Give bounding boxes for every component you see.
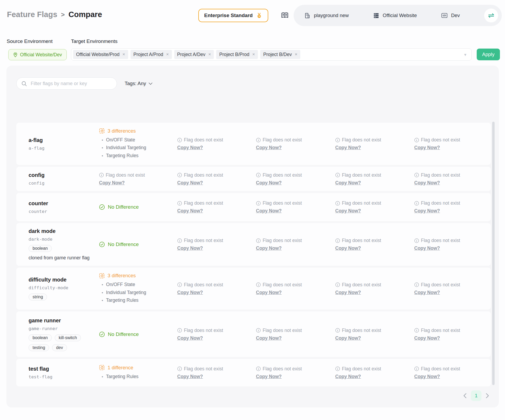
project-selector[interactable]: playground new [304, 13, 349, 19]
previous-page-icon[interactable] [463, 393, 467, 398]
copy-now-link[interactable]: Copy Now? [177, 145, 203, 150]
diff-item: Targeting Rules [102, 373, 177, 381]
breadcrumb-separator: > [61, 11, 65, 18]
info-icon [414, 201, 419, 206]
flag-missing-label: Flag does not exist [342, 238, 381, 243]
flag-name: game runner [29, 318, 99, 324]
flag-missing-cell: Flag does not exist Copy Now? [414, 137, 491, 150]
target-env-select[interactable]: Official Website/Prod × Project A/Prod ×… [71, 48, 472, 61]
flag-missing-label: Flag does not exist [184, 328, 223, 333]
breadcrumb-feature-flags[interactable]: Feature Flags [7, 10, 57, 19]
copy-now-link[interactable]: Copy Now? [256, 245, 282, 251]
chevron-down-icon [149, 82, 152, 85]
next-page-icon[interactable] [486, 393, 489, 398]
flag-missing-label: Flag does not exist [184, 282, 223, 288]
copy-now-link[interactable]: Copy Now? [335, 245, 361, 251]
info-icon [414, 282, 419, 287]
map-pin-icon [13, 52, 18, 57]
flag-missing-cell: Flag does not exist Copy Now? [177, 282, 256, 295]
building-icon [304, 13, 310, 19]
copy-now-link[interactable]: Copy Now? [256, 180, 282, 186]
info-icon [177, 282, 182, 287]
flag-info-cell: counter counter [29, 200, 99, 214]
copy-now-link[interactable]: Copy Now? [335, 335, 361, 341]
copy-now-link[interactable]: Copy Now? [414, 374, 440, 379]
flag-name: config [29, 172, 99, 178]
table-row: config config Flag does not exist Copy N… [16, 167, 491, 191]
docs-book-icon[interactable] [281, 12, 289, 19]
swap-environment-icon[interactable]: ⇌ [484, 9, 498, 22]
flag-missing-label: Flag does not exist [421, 137, 460, 143]
diff-status-cell: 1 difference Targeting Rules [99, 365, 177, 381]
flag-missing-cell: Flag does not exist Copy Now? [177, 328, 256, 341]
copy-now-link[interactable]: Copy Now? [177, 374, 203, 379]
copy-now-link[interactable]: Copy Now? [335, 180, 361, 186]
info-icon [335, 328, 340, 333]
flag-missing-cell: Flag does not exist Copy Now? [99, 172, 177, 186]
flag-missing-cell: Flag does not exist Copy Now? [335, 282, 414, 295]
copy-now-link[interactable]: Copy Now? [177, 335, 203, 341]
flag-tag-list: string [29, 294, 91, 300]
remove-env-icon[interactable]: × [208, 52, 211, 57]
copy-now-link[interactable]: Copy Now? [335, 374, 361, 379]
flag-missing-label: Flag does not exist [184, 137, 223, 143]
page-number[interactable]: 1 [471, 390, 482, 401]
no-difference-label: No Difference [108, 241, 139, 247]
copy-now-link[interactable]: Copy Now? [414, 245, 440, 251]
workspace-switcher: playground new Official Website Dev ⇌ [294, 5, 502, 26]
copy-now-link[interactable]: Copy Now? [414, 145, 440, 150]
copy-now-link[interactable]: Copy Now? [256, 335, 282, 341]
remove-env-icon[interactable]: × [166, 52, 169, 57]
copy-now-link[interactable]: Copy Now? [335, 290, 361, 295]
copy-now-link[interactable]: Copy Now? [414, 290, 440, 295]
flag-missing-label: Flag does not exist [421, 172, 460, 178]
workspace-selector[interactable]: Official Website [373, 13, 417, 19]
tags-filter-dropdown[interactable]: Tags: Any [125, 77, 152, 90]
flag-missing-cell: Flag does not exist Copy Now? [335, 238, 414, 251]
info-icon [256, 201, 261, 206]
search-icon [21, 81, 27, 86]
copy-now-link[interactable]: Copy Now? [414, 335, 440, 341]
copy-now-link[interactable]: Copy Now? [335, 145, 361, 150]
copy-now-link[interactable]: Copy Now? [177, 245, 203, 251]
diff-icon [99, 365, 105, 370]
info-icon [256, 173, 261, 177]
vertical-scrollbar[interactable] [492, 122, 495, 385]
environment-selector[interactable]: Dev [441, 13, 460, 18]
copy-now-link[interactable]: Copy Now? [256, 290, 282, 295]
remove-env-icon[interactable]: × [295, 52, 297, 57]
flag-missing-cell: Flag does not exist Copy Now? [414, 238, 491, 251]
remove-env-icon[interactable]: × [252, 52, 255, 57]
no-difference-cell: No Difference [99, 331, 177, 337]
flag-key: dark-mode [29, 237, 99, 242]
flag-missing-cell: Flag does not exist Copy Now? [256, 282, 335, 295]
diff-item: Targeting Rules [102, 152, 177, 160]
servers-icon [373, 13, 379, 19]
copy-now-link[interactable]: Copy Now? [177, 208, 203, 214]
target-env-pill: Project A/Prod × [131, 50, 172, 59]
copy-now-link[interactable]: Copy Now? [177, 180, 203, 186]
table-row: test flag test-flag 1 difference Targeti… [16, 359, 491, 386]
check-circle-icon [99, 204, 105, 210]
environment-name: Dev [451, 13, 460, 18]
copy-now-link[interactable]: Copy Now? [414, 180, 440, 186]
copy-now-link[interactable]: Copy Now? [335, 208, 361, 214]
copy-now-link[interactable]: Copy Now? [256, 145, 282, 150]
no-difference-cell: No Difference [99, 241, 177, 247]
flag-filter-input[interactable] [30, 81, 112, 87]
diff-icon [99, 273, 105, 279]
target-env-pill-label: Official Website/Prod [76, 52, 120, 57]
copy-now-link[interactable]: Copy Now? [99, 180, 125, 186]
table-row: counter counter No Difference Flag does … [16, 193, 491, 221]
flag-missing-label: Flag does not exist [342, 328, 381, 333]
diff-item: On/OFF State [102, 281, 177, 288]
copy-now-link[interactable]: Copy Now? [177, 290, 203, 295]
copy-now-link[interactable]: Copy Now? [414, 208, 440, 214]
plan-badge[interactable]: Enterprise Standard [198, 9, 268, 22]
remove-env-icon[interactable]: × [123, 52, 125, 57]
copy-now-link[interactable]: Copy Now? [256, 374, 282, 379]
apply-button[interactable]: Apply [477, 49, 500, 60]
copy-now-link[interactable]: Copy Now? [256, 208, 282, 214]
source-environment-pill[interactable]: Official Website/Dev [8, 49, 67, 60]
flag-missing-label: Flag does not exist [106, 172, 145, 178]
